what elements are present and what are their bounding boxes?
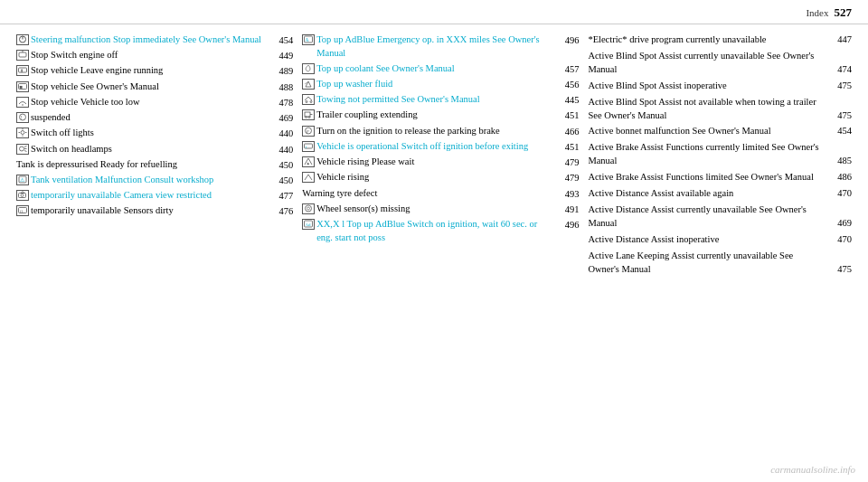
entry-text: Turn on the ignition to release the park… — [316, 125, 553, 138]
svg-point-33 — [306, 117, 307, 118]
entry-page: 475 — [826, 109, 852, 123]
entry-page: 451 — [553, 140, 579, 154]
entry-page: 454 — [826, 125, 852, 138]
operational-icon: i — [302, 141, 315, 152]
entry-page: 485 — [826, 155, 852, 168]
list-item: Tank is depressurised Ready for refuelli… — [16, 158, 293, 172]
list-item: i Vehicle is operational Switch off igni… — [302, 140, 579, 154]
washer-icon — [302, 79, 315, 90]
svg-text:▲: ▲ — [307, 161, 310, 165]
list-item: ⬆ Stop vehicle Leave engine running 489 — [16, 64, 293, 78]
entry-text: Tank is depressurised Ready for refuelli… — [16, 158, 268, 172]
svg-point-11 — [21, 131, 24, 135]
entry-text: Active Distance Assist currently unavail… — [588, 203, 826, 231]
svg-point-16 — [20, 146, 24, 151]
entry-text: Stop vehicle See Owner's Manual — [31, 80, 268, 94]
entry-page: 450 — [268, 158, 293, 172]
column-2: A Top up AdBlue Emergency op. in XXX mil… — [302, 33, 579, 472]
entry-page: 449 — [268, 49, 293, 62]
entry-text: Tank ventilation Malfunction Consult wor… — [31, 174, 268, 187]
entry-text: suspended — [31, 111, 268, 125]
list-item: Active Distance Assist currently unavail… — [588, 203, 852, 231]
entry-text: Vehicle is operational Switch off igniti… — [316, 140, 553, 154]
list-item: Wheel sensor(s) missing 491 — [302, 203, 579, 216]
list-item: Active bonnet malfunction See Owner's Ma… — [588, 125, 852, 138]
svg-line-17 — [24, 146, 27, 146]
list-item: Switch off lights 440 — [16, 127, 293, 140]
entry-page: 451 — [553, 109, 579, 122]
list-item: Active Blind Spot Assist inoperative 475 — [588, 80, 852, 93]
entry-page: 466 — [553, 125, 579, 138]
list-item: A Top up AdBlue Emergency op. in XXX mil… — [302, 33, 579, 61]
entry-text: Active Distance Assist inoperative — [588, 233, 826, 247]
entry-page: 479 — [553, 171, 579, 184]
svg-point-30 — [306, 101, 307, 103]
tank-icon: ⚠ — [16, 175, 29, 185]
tow-icon — [302, 94, 315, 105]
svg-text:Ad: Ad — [306, 222, 312, 227]
svg-line-19 — [24, 150, 27, 151]
adblue-icon: A — [302, 34, 315, 45]
list-item: Warning tyre defect 493 — [302, 187, 579, 201]
svg-rect-2 — [19, 52, 26, 57]
list-item: Trailer coupling extending 451 — [302, 109, 579, 122]
entry-page: 470 — [826, 233, 852, 247]
list-item: ! suspended 469 — [16, 111, 293, 125]
list-item: Active Blind Spot Assist not available w… — [588, 96, 852, 123]
entry-page: 496 — [553, 33, 579, 47]
entry-text: Active Brake Assist Functions currently … — [588, 141, 826, 168]
svg-point-31 — [310, 101, 312, 103]
list-item: (( temporarily unavailable Sensors dirty… — [16, 204, 293, 218]
list-item: Top up washer fluid 456 — [302, 78, 579, 91]
entry-page: 475 — [826, 263, 852, 277]
svg-text:⚠: ⚠ — [20, 177, 25, 183]
entry-text: Active Brake Assist Functions limited Se… — [588, 171, 826, 184]
list-item: ⚠ Tank ventilation Malfunction Consult w… — [16, 174, 293, 187]
list-item: *Electric* drive program currently unava… — [588, 33, 852, 47]
list-item: Top up coolant See Owner's Manual 457 — [302, 62, 579, 76]
list-item: Active Distance Assist available again 4… — [588, 187, 852, 201]
watermark: carmanualsoline.info — [770, 464, 855, 475]
entry-page: 475 — [826, 80, 852, 93]
list-item: Steering malfunction Stop immediately Se… — [16, 33, 293, 47]
sensors-icon: (( — [16, 205, 29, 216]
entry-page: 476 — [268, 204, 293, 218]
entry-page: 447 — [826, 33, 852, 47]
entry-text: XX,X l Top up AdBlue Switch on ignition,… — [316, 218, 553, 245]
entry-text: Active Blind Spot Assist not available w… — [588, 96, 826, 123]
entry-page: 469 — [826, 217, 852, 231]
entry-text: *Electric* drive program currently unava… — [588, 33, 826, 47]
list-item: ■ Stop vehicle See Owner's Manual 488 — [16, 80, 293, 94]
list-item: temporarily unavailable Camera view rest… — [16, 189, 293, 203]
svg-text:P: P — [307, 128, 309, 133]
entry-text: temporarily unavailable Sensors dirty — [31, 204, 268, 218]
index-label: Index — [806, 7, 828, 18]
suspended-icon: ! — [16, 112, 29, 123]
entry-text: Stop Switch engine off — [31, 49, 268, 62]
svg-marker-23 — [21, 192, 24, 194]
entry-text: Vehicle rising — [316, 171, 553, 184]
entry-text: Active Blind Spot Assist currently unava… — [588, 50, 826, 77]
entry-page: 454 — [268, 33, 293, 47]
svg-point-34 — [308, 117, 310, 118]
list-item: Active Distance Assist inoperative 470 — [588, 233, 852, 247]
entry-text: Active Distance Assist available again — [588, 187, 826, 201]
entry-page: 440 — [268, 127, 293, 140]
list-item: ▲ Vehicle rising Please wait 479 — [302, 156, 579, 169]
entry-text: Active bonnet malfunction See Owner's Ma… — [588, 125, 826, 138]
entry-text: Steering malfunction Stop immediately Se… — [31, 33, 268, 47]
column-1: Steering malfunction Stop immediately Se… — [16, 33, 293, 472]
steering-icon — [16, 34, 29, 45]
vehicle-low-icon — [16, 97, 29, 108]
list-item: Vehicle rising 479 — [302, 171, 579, 184]
headlamps-icon — [16, 144, 29, 155]
rising-icon — [302, 172, 315, 183]
list-item: Ad XX,X l Top up AdBlue Switch on igniti… — [302, 218, 579, 245]
entry-page: 474 — [826, 63, 852, 77]
entry-text: Active Lane Keeping Assist currently una… — [588, 250, 826, 277]
list-item: Towing not permitted See Owner's Manual … — [302, 93, 579, 107]
switch-icon — [16, 50, 29, 61]
entry-text: Stop vehicle Leave engine running — [31, 64, 268, 78]
wheel-sensor-icon — [302, 203, 315, 214]
page-header: Index 527 — [0, 0, 868, 24]
